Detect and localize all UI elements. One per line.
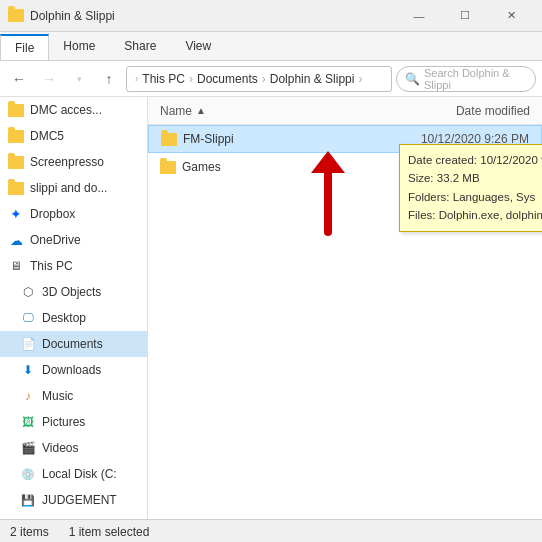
column-name-label: Name <box>160 104 192 118</box>
address-thispc: This PC <box>142 72 185 86</box>
sidebar-item-judgement[interactable]: 💾 JUDGEMENT <box>0 487 147 513</box>
search-bar[interactable]: 🔍 Search Dolphin & Slippi <box>396 66 536 92</box>
3dobjects-icon: ⬡ <box>20 284 36 300</box>
sidebar-label-judgement: JUDGEMENT <box>42 493 117 507</box>
sidebar-item-downloads[interactable]: ⬇ Downloads <box>0 357 147 383</box>
column-date[interactable]: Date modified <box>380 104 530 118</box>
status-bar: 2 items 1 item selected <box>0 519 542 542</box>
sidebar-label-music: Music <box>42 389 73 403</box>
title-bar: Dolphin & Slippi — ☐ ✕ <box>0 0 542 32</box>
tab-file[interactable]: File <box>0 34 49 60</box>
main-area: DMC acces... DMC5 Screenpresso slippi an… <box>0 97 542 519</box>
file-item-fm-slippi-name: FM-Slippi <box>161 131 379 147</box>
toolbar: ← → ▾ ↑ › This PC › Documents › Dolphin … <box>0 61 542 97</box>
sidebar-item-desktop[interactable]: 🖵 Desktop <box>0 305 147 331</box>
maximize-button[interactable]: ☐ <box>442 0 488 32</box>
sidebar-item-dmc-access[interactable]: DMC acces... <box>0 97 147 123</box>
sidebar-label-videos: Videos <box>42 441 78 455</box>
sidebar-label-thispc: This PC <box>30 259 73 273</box>
sidebar-label-documents: Documents <box>42 337 103 351</box>
folder-icon-games <box>160 159 176 175</box>
sort-arrow: ▲ <box>196 105 206 116</box>
sidebar-label-dropbox: Dropbox <box>30 207 75 221</box>
music-icon: ♪ <box>20 388 36 404</box>
sidebar-item-onedrive[interactable]: ☁ OneDrive <box>0 227 147 253</box>
tooltip-files: Files: Dolphin.exe, dolphin-slippi-too..… <box>408 206 542 224</box>
column-name[interactable]: Name ▲ <box>160 104 380 118</box>
sidebar-label-localc: Local Disk (C: <box>42 467 117 481</box>
tooltip-date-created: Date created: 10/12/2020 9:26 PM <box>408 151 542 169</box>
sidebar-item-pictures[interactable]: 🖼 Pictures <box>0 409 147 435</box>
pictures-icon: 🖼 <box>20 414 36 430</box>
content-header: Name ▲ Date modified <box>148 97 542 125</box>
title-bar-icons <box>8 8 24 24</box>
address-dolphin: Dolphin & Slippi <box>270 72 355 86</box>
sidebar-label-onedrive: OneDrive <box>30 233 81 247</box>
sidebar-label-downloads: Downloads <box>42 363 101 377</box>
sidebar-item-3dobjects[interactable]: ⬡ 3D Objects <box>0 279 147 305</box>
sidebar: DMC acces... DMC5 Screenpresso slippi an… <box>0 97 148 519</box>
folder-icon-fm <box>161 131 177 147</box>
search-placeholder: Search Dolphin & Slippi <box>424 67 527 91</box>
column-date-label: Date modified <box>456 104 530 118</box>
judgement-icon: 💾 <box>20 492 36 508</box>
address-documents: Documents <box>197 72 258 86</box>
folder-icon <box>8 154 24 170</box>
sidebar-label-slippi: slippi and do... <box>30 181 107 195</box>
folder-icon <box>8 128 24 144</box>
search-icon: 🔍 <box>405 72 420 86</box>
folder-icon <box>8 180 24 196</box>
thispc-icon: 🖥 <box>8 258 24 274</box>
selected-count: 1 item selected <box>69 525 150 539</box>
sidebar-item-screenpresso[interactable]: Screenpresso <box>0 149 147 175</box>
tab-view[interactable]: View <box>171 32 226 60</box>
address-sep1: › <box>189 72 193 86</box>
dropbox-icon: ✦ <box>8 206 24 222</box>
tooltip-size: Size: 33.2 MB <box>408 169 542 187</box>
address-chevron: › <box>135 73 138 84</box>
tab-share[interactable]: Share <box>110 32 171 60</box>
sidebar-item-slippi[interactable]: slippi and do... <box>0 175 147 201</box>
sidebar-item-dmc5[interactable]: DMC5 <box>0 123 147 149</box>
sidebar-item-localc[interactable]: 💿 Local Disk (C: <box>0 461 147 487</box>
address-bar[interactable]: › This PC › Documents › Dolphin & Slippi… <box>126 66 392 92</box>
close-button[interactable]: ✕ <box>488 0 534 32</box>
sidebar-label-3dobjects: 3D Objects <box>42 285 101 299</box>
sidebar-label-desktop: Desktop <box>42 311 86 325</box>
sidebar-item-videos[interactable]: 🎬 Videos <box>0 435 147 461</box>
sidebar-label-pictures: Pictures <box>42 415 85 429</box>
file-item-fm-slippi[interactable]: FM-Slippi 10/12/2020 9:26 PM Date create… <box>148 125 542 153</box>
title-bar-title: Dolphin & Slippi <box>30 9 390 23</box>
sidebar-item-thispc[interactable]: 🖥 This PC <box>0 253 147 279</box>
title-bar-folder-icon <box>8 8 24 24</box>
ribbon-tabs: File Home Share View <box>0 32 542 60</box>
documents-icon: 📄 <box>20 336 36 352</box>
minimize-button[interactable]: — <box>396 0 442 32</box>
ribbon: File Home Share View <box>0 32 542 61</box>
sidebar-item-dropbox[interactable]: ✦ Dropbox <box>0 201 147 227</box>
tooltip: Date created: 10/12/2020 9:26 PM Size: 3… <box>399 144 542 232</box>
onedrive-icon: ☁ <box>8 232 24 248</box>
forward-button[interactable]: → <box>36 66 62 92</box>
up-button[interactable]: ↑ <box>96 66 122 92</box>
file-name-games: Games <box>182 160 221 174</box>
tooltip-folders: Folders: Languages, Sys <box>408 188 542 206</box>
sidebar-label-screenpresso: Screenpresso <box>30 155 104 169</box>
file-name-fm-slippi: FM-Slippi <box>183 132 234 146</box>
videos-icon: 🎬 <box>20 440 36 456</box>
address-sep2: › <box>262 72 266 86</box>
folder-icon <box>8 102 24 118</box>
tab-home[interactable]: Home <box>49 32 110 60</box>
item-count: 2 items <box>10 525 49 539</box>
file-list: FM-Slippi 10/12/2020 9:26 PM Date create… <box>148 125 542 519</box>
title-bar-controls: — ☐ ✕ <box>396 0 534 32</box>
content-pane: Name ▲ Date modified FM-Slippi 10/12/202… <box>148 97 542 519</box>
sidebar-label-dmc-access: DMC acces... <box>30 103 102 117</box>
recent-locations-button[interactable]: ▾ <box>66 66 92 92</box>
sidebar-item-documents[interactable]: 📄 Documents <box>0 331 147 357</box>
desktop-icon: 🖵 <box>20 310 36 326</box>
localc-icon: 💿 <box>20 466 36 482</box>
back-button[interactable]: ← <box>6 66 32 92</box>
sidebar-item-music[interactable]: ♪ Music <box>0 383 147 409</box>
sidebar-label-dmc5: DMC5 <box>30 129 64 143</box>
